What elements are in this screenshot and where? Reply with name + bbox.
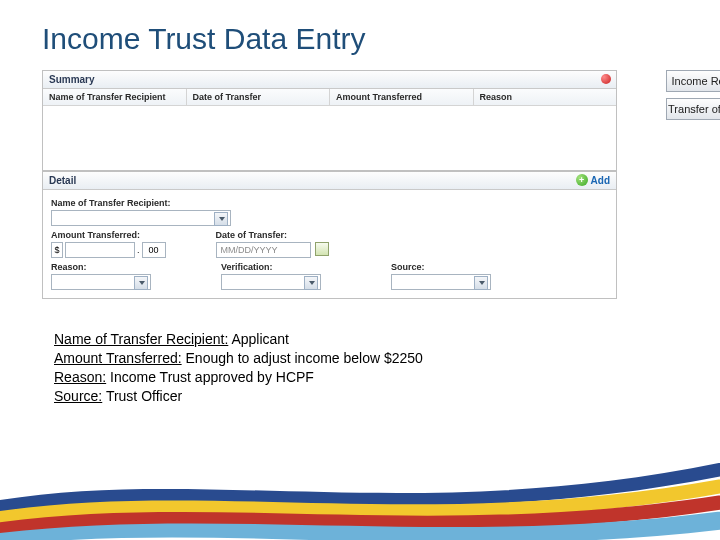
instr2-label: Amount Transferred: bbox=[54, 350, 182, 366]
instr3-label: Reason: bbox=[54, 369, 106, 385]
income-received-button[interactable]: Income Received bbox=[666, 70, 720, 92]
instr4-label: Source: bbox=[54, 388, 102, 404]
transfer-of-income-button[interactable]: Transfer of Income bbox=[666, 98, 720, 120]
verification-label: Verification: bbox=[221, 262, 321, 272]
side-button-group: Income Received Transfer of Income bbox=[666, 70, 720, 120]
calendar-icon[interactable] bbox=[315, 242, 329, 256]
date-input[interactable]: MM/DD/YYYY bbox=[216, 242, 311, 258]
instruction-line-2: Amount Transferred: Enough to adjust inc… bbox=[54, 349, 423, 368]
detail-title-text: Detail bbox=[49, 175, 76, 186]
summary-body-empty bbox=[43, 106, 616, 170]
instructions-block: Name of Transfer Recipient: Applicant Am… bbox=[54, 330, 423, 406]
col-amount[interactable]: Amount Transferred bbox=[330, 89, 474, 106]
date-label: Date of Transfer: bbox=[216, 230, 311, 240]
summary-title-text: Summary bbox=[49, 74, 95, 85]
close-icon[interactable] bbox=[601, 74, 611, 84]
instr3-value: Income Trust approved by HCPF bbox=[106, 369, 314, 385]
instruction-line-4: Source: Trust Officer bbox=[54, 387, 423, 406]
amount-cents-input[interactable]: 00 bbox=[142, 242, 166, 258]
instruction-line-1: Name of Transfer Recipient: Applicant bbox=[54, 330, 423, 349]
instr1-label: Name of Transfer Recipient: bbox=[54, 331, 228, 347]
detail-panel: Detail + Add Name of Transfer Recipient:… bbox=[42, 171, 617, 299]
amount-label: Amount Transferred: bbox=[51, 230, 166, 240]
amount-input-group: $ . 00 bbox=[51, 242, 166, 258]
col-recipient[interactable]: Name of Transfer Recipient bbox=[43, 89, 187, 106]
source-dropdown[interactable] bbox=[391, 274, 491, 290]
detail-form: Name of Transfer Recipient: Amount Trans… bbox=[43, 190, 616, 298]
page-title: Income Trust Data Entry bbox=[0, 0, 720, 66]
amount-dollars-input[interactable] bbox=[65, 242, 135, 258]
col-date[interactable]: Date of Transfer bbox=[187, 89, 331, 106]
detail-title-bar: Detail + Add bbox=[43, 172, 616, 190]
instr1-value: Applicant bbox=[228, 331, 289, 347]
app-panel: Summary Name of Transfer Recipient Date … bbox=[42, 70, 677, 299]
summary-panel: Summary Name of Transfer Recipient Date … bbox=[42, 70, 617, 171]
instr2-value: Enough to adjust income below $2250 bbox=[182, 350, 423, 366]
add-icon: + bbox=[576, 174, 588, 186]
reason-dropdown[interactable] bbox=[51, 274, 151, 290]
col-reason[interactable]: Reason bbox=[474, 89, 617, 106]
summary-columns: Name of Transfer Recipient Date of Trans… bbox=[43, 89, 616, 106]
amount-prefix: $ bbox=[51, 242, 63, 258]
verification-dropdown[interactable] bbox=[221, 274, 321, 290]
instr4-value: Trust Officer bbox=[102, 388, 182, 404]
instruction-line-3: Reason: Income Trust approved by HCPF bbox=[54, 368, 423, 387]
amount-dot: . bbox=[137, 245, 140, 255]
source-label: Source: bbox=[391, 262, 491, 272]
add-button[interactable]: + Add bbox=[576, 174, 610, 186]
recipient-label: Name of Transfer Recipient: bbox=[51, 198, 241, 208]
summary-title-bar: Summary bbox=[43, 71, 616, 89]
decorative-swoosh bbox=[0, 400, 720, 540]
add-label: Add bbox=[591, 175, 610, 186]
reason-label: Reason: bbox=[51, 262, 151, 272]
recipient-dropdown[interactable] bbox=[51, 210, 231, 226]
